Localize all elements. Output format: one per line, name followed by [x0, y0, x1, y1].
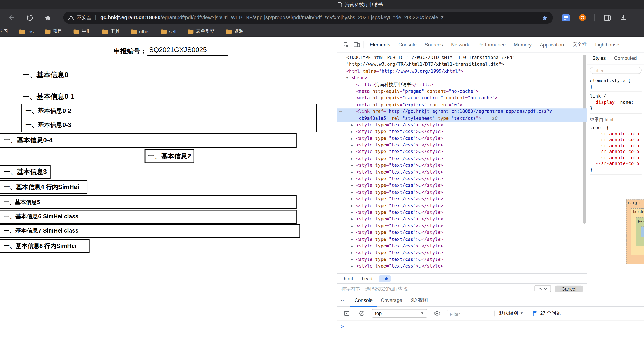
dom-tree-line[interactable]: ▶<style type="text/css">…</style> [337, 196, 587, 203]
expand-arrow-icon[interactable]: ▶ [351, 229, 353, 236]
console-filter[interactable] [447, 310, 494, 317]
bookmark-item[interactable]: iris [19, 29, 34, 34]
issues-counter[interactable]: 27 个问题 [533, 310, 561, 316]
expand-arrow-icon[interactable]: ▶ [351, 142, 353, 149]
dom-tree-line[interactable]: ▶<style type="text/css">…</style> [337, 236, 587, 243]
dom-tree-line[interactable]: ▶<style type="text/css">…</style> [337, 229, 587, 236]
context-selector[interactable]: top ▼ [372, 309, 427, 318]
bookmark-item[interactable]: 项目 [44, 28, 62, 34]
expand-arrow-icon[interactable]: ▶ [351, 196, 353, 203]
devtools-tab-lighthouse[interactable]: Lighthouse [591, 37, 624, 52]
styles-tab-computed[interactable]: Computed [610, 52, 641, 64]
dom-tree-line[interactable]: ▶<style type="text/css">…</style> [337, 250, 587, 256]
expand-arrow-icon[interactable]: ▶ [351, 182, 353, 189]
dom-tree-line[interactable]: ▶<style type="text/css">…</style> [337, 122, 587, 129]
home-button[interactable] [43, 13, 52, 22]
devtools-tab-elements[interactable]: Elements [366, 37, 394, 52]
expand-arrow-icon[interactable]: ▶ [351, 236, 353, 243]
dom-tree-line[interactable]: ▶<style type="text/css">…</style> [337, 135, 587, 142]
dom-tree-line[interactable]: ▶<style type="text/css">…</style> [337, 176, 587, 182]
devtools-tab-memory[interactable]: Memory [510, 37, 536, 52]
expand-arrow-icon[interactable]: ▶ [351, 155, 353, 162]
dom-tree-line[interactable]: ▶<style type="text/css">…</style> [337, 182, 587, 189]
node-options-icon[interactable]: ⋯ [339, 108, 342, 115]
console-filter-input[interactable] [447, 311, 494, 318]
css-property[interactable]: display [596, 99, 614, 105]
dom-tree-line[interactable]: ▶<style type="text/css">…</style> [337, 189, 587, 196]
clear-console-button[interactable] [356, 308, 367, 319]
extension-button-orange[interactable] [579, 14, 586, 21]
devtools-tab-console[interactable]: Console [394, 37, 420, 52]
cancel-button[interactable]: Cancel [555, 286, 583, 292]
active-tab[interactable]: 海南科技厅申请书 [338, 2, 383, 8]
bookmark-item[interactable]: other [130, 29, 150, 34]
dom-tree-line[interactable]: <title>海南科技厅申请书</title> [337, 81, 587, 88]
back-button[interactable] [6, 13, 16, 22]
dom-tree-line[interactable]: ▶<style type="text/css">…</style> [337, 142, 587, 149]
css-custom-property[interactable]: --sr-annote-colo [590, 131, 642, 137]
styles-filter-input[interactable]: Filter [590, 67, 642, 74]
address-bar[interactable]: 不安全 | gc.hnkjt.egrant.cn:18080 /egrantpd… [63, 11, 553, 24]
devtools-tab-network[interactable]: Network [447, 37, 473, 52]
dom-tree-line[interactable]: <meta http-equiv="pragma" content="no-ca… [337, 88, 587, 95]
css-custom-property[interactable]: --sr-annote-colo [590, 155, 642, 161]
find-navigation[interactable] [534, 285, 551, 292]
console-prompt[interactable]: > [337, 320, 644, 332]
expand-arrow-icon[interactable]: ▶ [351, 243, 353, 250]
breadcrumb-head[interactable]: head [359, 275, 375, 282]
dom-tree-line[interactable]: ▶<style type="text/css">…</style> [337, 203, 587, 209]
console-tab-coverage[interactable]: Coverage [377, 294, 406, 306]
dom-tree-line[interactable]: ▶<style type="text/css">…</style> [337, 209, 587, 216]
dom-tree-line[interactable]: ▶<style type="text/css">…</style> [337, 256, 587, 263]
box-model-content[interactable] [641, 227, 644, 237]
dom-tree-line[interactable]: =cb9a43a1e5" rel="stylesheet" type="text… [337, 115, 587, 122]
bookmark-item[interactable]: 学习 [0, 28, 8, 34]
dom-tree-line[interactable]: "http://www.w3.org/TR/xhtml1/DTD/xhtml1-… [337, 61, 587, 68]
css-custom-property[interactable]: --sr-annote-colo [590, 161, 642, 167]
live-expression-button[interactable] [432, 308, 442, 319]
reload-button[interactable] [25, 13, 34, 22]
dom-tree-line[interactable]: <!DOCTYPE html PUBLIC "-//W3C//DTD XHTML… [337, 54, 587, 61]
devtools-tab-安全性[interactable]: 安全性 [568, 37, 591, 52]
expand-arrow-icon[interactable]: ▶ [351, 149, 353, 156]
dom-tree-line[interactable]: ▶<style type="text/css">…</style> [337, 155, 587, 162]
dom-tree-line[interactable]: ▶<style type="text/css">…</style> [337, 223, 587, 230]
breadcrumb-html[interactable]: html [342, 275, 355, 282]
dom-tree-line[interactable]: ▶<style type="text/css">…</style> [337, 149, 587, 156]
expand-arrow-icon[interactable]: ▼ [346, 75, 348, 82]
rule-element-style[interactable]: element.style { } [590, 76, 642, 92]
expand-arrow-icon[interactable]: ▶ [351, 169, 353, 176]
css-value[interactable]: none [620, 99, 631, 105]
css-custom-property[interactable]: --sr-annote-colo [590, 143, 642, 149]
expand-arrow-icon[interactable]: ▶ [351, 162, 353, 169]
rule-root[interactable]: :root { --sr-annote-colo--sr-annote-colo… [590, 123, 642, 175]
css-custom-property[interactable]: --sr-annote-colo [590, 149, 642, 155]
expand-arrow-icon[interactable]: ▶ [351, 135, 353, 142]
bookmark-item[interactable]: 资源 [225, 28, 244, 34]
devtools-tab-sources[interactable]: Sources [420, 37, 447, 52]
console-tab-3d-视图[interactable]: 3D 视图 [406, 294, 432, 306]
bookmark-item[interactable]: 工具 [102, 28, 120, 34]
dom-tree-line[interactable]: <meta http-equiv="expires" content="0"> [337, 102, 587, 108]
dom-tree-line[interactable]: ▶<style type="text/css">…</style> [337, 162, 587, 169]
bookmark-item[interactable]: 手册 [73, 28, 91, 34]
dom-tree-line[interactable]: ⋯<link href="http://gc.hnkjt.egrant.cn:1… [337, 108, 587, 115]
log-levels-dropdown[interactable]: 默认级别 ▼ [499, 310, 523, 316]
dom-tree-line[interactable]: ▶<style type="text/css">…</style> [337, 243, 587, 250]
expand-arrow-icon[interactable]: ▶ [351, 176, 353, 182]
more-tools-icon[interactable]: ⋯ [340, 297, 346, 303]
dom-tree-line[interactable]: ▶<style type="text/css">…</style> [337, 263, 587, 270]
expand-arrow-icon[interactable]: ▶ [351, 209, 353, 216]
expand-arrow-icon[interactable]: ▶ [351, 263, 353, 270]
dom-tree-line[interactable]: ▶<style type="text/css">…</style> [337, 216, 587, 223]
expand-arrow-icon[interactable]: ▶ [351, 250, 353, 256]
search-input[interactable] [342, 286, 530, 291]
console-sidebar-button[interactable] [342, 308, 352, 319]
inspect-element-button[interactable] [340, 39, 351, 50]
expand-arrow-icon[interactable]: ▶ [351, 203, 353, 209]
extension-button-blue[interactable] [562, 14, 570, 21]
security-label[interactable]: 不安全 [77, 14, 92, 21]
rule-link[interactable]: link { display: none; } [590, 92, 642, 113]
dom-tree-line[interactable]: ▶<style type="text/css">…</style> [337, 169, 587, 176]
expand-arrow-icon[interactable]: ▶ [351, 256, 353, 263]
